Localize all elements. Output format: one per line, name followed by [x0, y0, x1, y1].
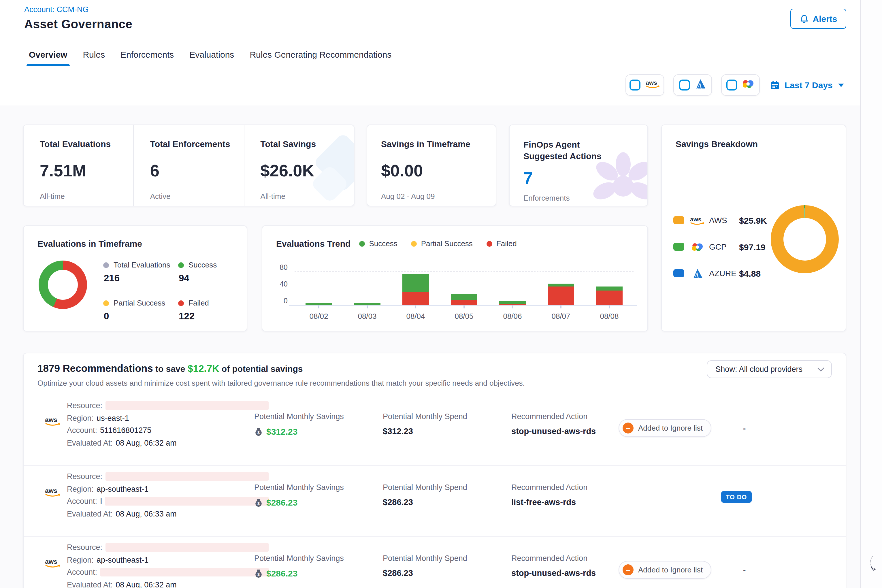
stat-title: Total Evaluations: [40, 139, 134, 149]
evaluated-at-value: 08 Aug, 06:32 am: [116, 580, 177, 588]
account-value: I: [100, 497, 102, 506]
region-value: ap-southeast-1: [96, 484, 148, 493]
recommendations-table: aws Resource: Region:us-east-1 Account:5…: [24, 395, 846, 588]
savings-value: $286.23: [266, 498, 297, 507]
tab-overview[interactable]: Overview: [29, 43, 67, 66]
todo-status-badge: TO DO: [721, 491, 752, 502]
money-bag-icon: $: [254, 427, 263, 436]
aws-logo-icon: aws: [44, 416, 61, 429]
azure-swatch: [674, 269, 684, 277]
savings-breakdown-legend: aws AWS $25.9K GCP $97.19 AZURE $4.88: [674, 212, 767, 291]
stat-total-enforcements: Total Enforcements 6 Active: [134, 125, 244, 206]
aws-checkbox[interactable]: [629, 80, 640, 90]
gcp-logo-icon: [742, 79, 754, 91]
evaluations-trend-title: Evaluations Trend: [276, 238, 351, 249]
recommendations-subtitle: Optimize your cloud assets and minimize …: [38, 379, 832, 387]
stat-sublabel: Aug 02 - Aug 09: [381, 192, 496, 201]
x-axis-label: 08/07: [551, 312, 570, 321]
minus-icon: –: [622, 564, 633, 575]
tab-enforcements[interactable]: Enforcements: [120, 43, 174, 66]
legend-provider-name: AZURE: [709, 268, 739, 278]
scrollbar-gutter: [860, 0, 882, 588]
legend-partial-success: Partial Success 0: [103, 298, 178, 322]
evaluations-timeframe-card: Evaluations in Timeframe Total Evaluatio…: [23, 225, 247, 332]
potential-monthly-spend: Potential Monthly Spend $286.23: [383, 483, 467, 507]
summary-stats-card: Total Evaluations 7.51M All-time Total E…: [23, 124, 354, 206]
alerts-button-label: Alerts: [813, 14, 837, 24]
gcp-checkbox[interactable]: [726, 80, 737, 90]
date-range-selector[interactable]: Last 7 Days: [770, 74, 844, 96]
bar-group: 08/05: [451, 294, 477, 305]
provider-filter-azure[interactable]: [674, 74, 712, 96]
provider-filter-gcp[interactable]: [721, 74, 760, 96]
cloud-provider-filter-label: Show: All cloud providers: [716, 365, 802, 374]
aws-logo-icon: aws: [44, 486, 61, 500]
svg-text:$: $: [257, 572, 260, 576]
recommendations-savings-amount: $12.7K: [188, 363, 219, 374]
trend-legend-failed: Failed: [486, 239, 517, 248]
added-to-ignore-list-pill[interactable]: – Added to Ignore list: [618, 561, 711, 579]
stat-sublabel: All-time: [40, 192, 134, 201]
recommendations-card: 1879 Recommendations to save $12.7K of p…: [23, 353, 846, 588]
filter-row: aws Last 7 Days: [0, 67, 860, 105]
legend-success: Success 94: [178, 261, 247, 284]
tab-rules[interactable]: Rules: [83, 43, 105, 66]
region-value: us-east-1: [96, 414, 129, 422]
table-row[interactable]: aws Resource: Region:ap-southeast-1 Acco…: [24, 537, 846, 588]
tab-rules-generating-recommendations[interactable]: Rules Generating Recommendations: [250, 43, 392, 66]
savings-value: $286.23: [266, 568, 297, 578]
azure-logo-icon: [690, 268, 705, 279]
potential-monthly-spend: Potential Monthly Spend $312.23: [383, 412, 467, 436]
savings-breakdown-card: Savings Breakdown aws AWS $25.9K GCP $97…: [661, 124, 846, 332]
legend-provider-value: $25.9K: [739, 215, 767, 225]
evaluations-donut-chart: [39, 261, 87, 309]
legend-provider-name: GCP: [709, 242, 739, 251]
azure-checkbox[interactable]: [679, 80, 690, 90]
account-breadcrumb-link[interactable]: Account: CCM-NG: [24, 5, 89, 14]
gcp-swatch: [674, 243, 684, 251]
asset-governance-page: Account: CCM-NG Asset Governance Alerts …: [0, 0, 882, 588]
ignore-pill-label: Added to Ignore list: [638, 424, 703, 432]
alerts-button[interactable]: Alerts: [790, 9, 846, 29]
evaluations-trend-card: Evaluations Trend Success Partial Succes…: [262, 225, 648, 332]
cursor-artifact: [867, 554, 882, 575]
spend-value: $312.23: [383, 427, 467, 436]
table-row[interactable]: aws Resource: Region:us-east-1 Account:5…: [24, 395, 846, 466]
added-to-ignore-list-pill[interactable]: – Added to Ignore list: [618, 419, 711, 437]
spend-value: $286.23: [383, 568, 467, 578]
yellow-dot-icon: [103, 300, 109, 306]
recommended-action: Recommended Action stop-unused-aws-rds: [512, 412, 596, 436]
savings-breakdown-donut-chart: [771, 205, 839, 273]
table-row[interactable]: aws Resource: Region:ap-southeast-1 Acco…: [24, 466, 846, 537]
legend-provider-value: $97.19: [739, 242, 765, 252]
potential-monthly-savings: Potential Monthly Savings $ $312.23: [254, 412, 344, 436]
ytick-80: 80: [280, 264, 288, 272]
azure-logo-icon: [694, 78, 706, 92]
legend-item-aws: aws AWS $25.9K: [674, 212, 767, 229]
gcp-logo-icon: [690, 242, 705, 252]
stat-sublabel: Active: [150, 192, 244, 201]
page-title: Asset Governance: [24, 17, 132, 31]
stat-title: Savings in Timeframe: [381, 139, 496, 149]
trend-legend-success: Success: [359, 239, 397, 248]
tab-bar: Overview Rules Enforcements Evaluations …: [0, 43, 860, 66]
legend-failed: Failed 122: [178, 298, 247, 322]
chevron-down-icon: [818, 367, 824, 372]
x-axis-label: 08/04: [406, 312, 425, 321]
money-bag-icon: $: [254, 569, 263, 578]
page-header: Account: CCM-NG Asset Governance Alerts: [0, 0, 860, 43]
stat-value: 7.51M: [40, 161, 134, 180]
tab-evaluations[interactable]: Evaluations: [189, 43, 234, 66]
region-value: ap-southeast-1: [96, 555, 148, 564]
stat-title: Total Enforcements: [150, 139, 244, 149]
cloud-provider-filter-dropdown[interactable]: Show: All cloud providers: [707, 360, 832, 378]
x-axis-label: 08/05: [454, 312, 473, 321]
finops-agent-card: FinOps Agent Suggested Actions 7 Enforce…: [509, 124, 648, 206]
trend-legend-partial: Partial Success: [411, 239, 473, 248]
green-dot-icon: [178, 262, 184, 268]
action-value: stop-unused-aws-rds: [512, 427, 596, 436]
savings-breakdown-title: Savings Breakdown: [676, 139, 832, 149]
provider-filter-aws[interactable]: aws: [626, 74, 664, 96]
trend-bar-chart: 0 40 80 08/0208/0308/0408/0508/0608/0708…: [295, 262, 633, 305]
aws-logo-icon: aws: [690, 215, 705, 225]
